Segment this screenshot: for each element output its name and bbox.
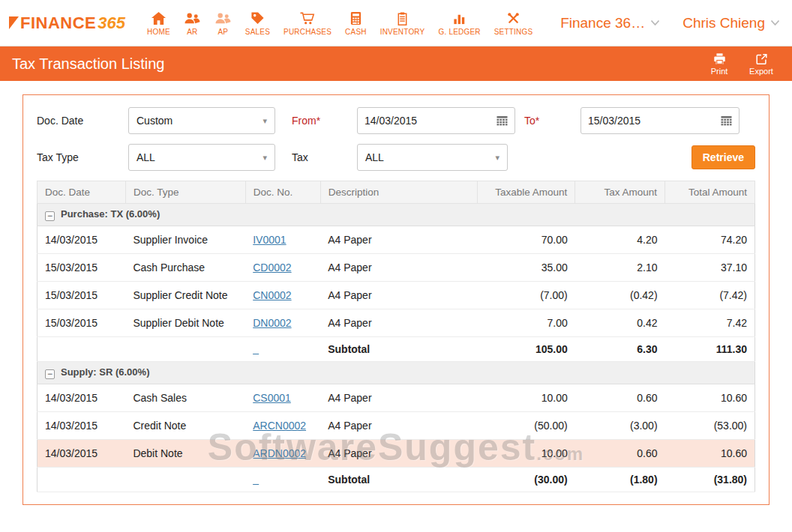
doc-type-cell: Cash Sales: [125, 384, 245, 412]
tax-amount-cell: 0.60: [575, 384, 665, 412]
doc-date-cell: 14/03/2015: [38, 440, 126, 468]
from-date-input[interactable]: [364, 115, 496, 127]
doc-date-select[interactable]: Custom ▾: [128, 107, 275, 134]
doc-no-cell: ARCN0002: [245, 412, 320, 440]
user-dropdown[interactable]: Chris Chieng: [682, 15, 780, 31]
doc-no-cell: IV0001: [245, 226, 320, 254]
column-header: Doc. Date: [38, 181, 126, 204]
transaction-row[interactable]: 15/03/2015Cash PurchaseCD0002A4 Paper35.…: [38, 254, 755, 282]
subtotal-link[interactable]: _: [253, 343, 259, 355]
description-cell: A4 Paper: [320, 440, 478, 468]
nav-right: Finance 36… Chris Chieng: [560, 15, 780, 31]
from-date-label: From*: [292, 115, 357, 127]
doc-type-cell: Cash Purchase: [125, 254, 245, 282]
menu-item-label: G. LEDGER: [438, 28, 480, 36]
doc-date-select-value: Custom: [136, 115, 172, 127]
tax-select[interactable]: ALL ▾: [357, 144, 508, 171]
doc-no-cell: CS0001: [245, 384, 320, 412]
to-date-field: [580, 107, 740, 134]
tax-amount-cell: 2.10: [575, 254, 665, 282]
menu-item-ar[interactable]: AR: [177, 0, 208, 46]
transaction-row[interactable]: 14/03/2015Supplier InvoiceIV0001A4 Paper…: [38, 226, 755, 254]
doc-no-link[interactable]: CN0002: [253, 289, 291, 301]
doc-no-link[interactable]: CD0002: [253, 262, 291, 273]
ap-people-icon: [214, 10, 232, 25]
menu-item-gledger[interactable]: G. LEDGER: [431, 0, 487, 46]
tax-select-value: ALL: [365, 151, 384, 163]
menu-item-label: SETTINGS: [494, 28, 533, 36]
menu-item-sales[interactable]: SALES: [238, 0, 277, 46]
filter-row-2: Tax Type ALL ▾ Tax ALL ▾ Retrieve: [37, 144, 755, 171]
doc-type-cell: Credit Note: [125, 412, 245, 440]
doc-no-link[interactable]: DN0002: [253, 317, 291, 329]
main-menu: HOMEARAPSALESPURCHASESCASHINVENTORYG. LE…: [140, 0, 539, 46]
print-button[interactable]: Print: [700, 52, 738, 76]
transaction-row[interactable]: 15/03/2015Supplier Credit NoteCN0002A4 P…: [38, 282, 755, 309]
tax-amount-cell: 4.20: [575, 226, 665, 254]
page-header-bar: Tax Transaction Listing Print: [0, 46, 792, 81]
doc-no-link[interactable]: ARDN0002: [253, 447, 306, 459]
transaction-row[interactable]: 14/03/2015Debit NoteARDN0002A4 Paper10.0…: [38, 440, 755, 468]
doc-type-cell: Debit Note: [125, 440, 245, 468]
menu-item-label: INVENTORY: [380, 28, 425, 36]
ar-people-icon: [184, 10, 201, 25]
column-header: Tax Amount: [575, 181, 665, 204]
taxable-amount-cell: 10.00: [478, 440, 575, 468]
export-label: Export: [749, 67, 773, 76]
calendar-icon[interactable]: [496, 115, 508, 127]
description-cell: A4 Paper: [320, 309, 478, 337]
doc-no-link[interactable]: CS0001: [253, 392, 291, 404]
tax-amount-cell: 0.60: [575, 440, 665, 468]
calendar-icon[interactable]: [721, 115, 732, 127]
group-header-row[interactable]: −Purchase: TX (6.00%): [38, 204, 755, 226]
report-panel: Doc. Date Custom ▾ From* To*: [22, 94, 770, 505]
menu-item-ap[interactable]: AP: [208, 0, 238, 46]
print-label: Print: [711, 67, 728, 76]
taxable-amount-cell: (7.00): [478, 282, 575, 309]
transaction-row[interactable]: 14/03/2015Cash SalesCS0001A4 Paper10.000…: [38, 384, 755, 412]
top-nav: FINANCE 365 HOMEARAPSALESPURCHASESCASHIN…: [0, 0, 792, 46]
retrieve-button[interactable]: Retrieve: [692, 145, 755, 169]
page-root: FINANCE 365 HOMEARAPSALESPURCHASESCASHIN…: [0, 0, 792, 505]
doc-date-label: Doc. Date: [37, 115, 128, 127]
caret-down-icon: ▾: [495, 154, 500, 162]
tools-icon: [506, 10, 520, 25]
subtotal-link[interactable]: _: [253, 474, 259, 486]
subtotal-row: _Subtotal(30.00)(1.80)(31.80): [38, 468, 755, 492]
export-button[interactable]: Export: [742, 52, 780, 76]
subtotal-row: _Subtotal105.006.30111.30: [38, 337, 755, 362]
transaction-row[interactable]: 14/03/2015Credit NoteARCN0002A4 Paper(50…: [38, 412, 755, 440]
doc-date-cell: 15/03/2015: [38, 309, 126, 337]
menu-item-settings[interactable]: SETTINGS: [488, 0, 540, 46]
tax-type-label: Tax Type: [37, 151, 128, 163]
subtotal-link-cell: _: [245, 468, 320, 492]
menu-item-home[interactable]: HOME: [140, 0, 177, 46]
doc-type-cell: Supplier Debit Note: [125, 309, 245, 337]
to-date-input[interactable]: [588, 115, 721, 127]
logo-text-finance: FINANCE: [20, 13, 96, 33]
column-header: Doc. No.: [245, 181, 320, 204]
transaction-row[interactable]: 15/03/2015Supplier Debit NoteDN0002A4 Pa…: [38, 309, 755, 337]
company-dropdown[interactable]: Finance 36…: [560, 15, 660, 31]
group-header-row[interactable]: −Supply: SR (6.00%): [38, 362, 755, 384]
menu-item-cash[interactable]: CASH: [338, 0, 374, 46]
taxable-amount-cell: 10.00: [478, 384, 575, 412]
collapse-icon[interactable]: −: [45, 369, 55, 379]
group-title: Supply: SR (6.00%): [61, 366, 149, 378]
doc-date-cell: 14/03/2015: [38, 226, 126, 254]
filter-row-1: Doc. Date Custom ▾ From* To*: [37, 107, 755, 134]
doc-no-link[interactable]: IV0001: [253, 234, 286, 246]
subtotal-total-cell: (31.80): [665, 468, 755, 492]
description-cell: A4 Paper: [320, 282, 478, 309]
description-cell: A4 Paper: [320, 412, 478, 440]
menu-item-inventory[interactable]: INVENTORY: [374, 0, 432, 46]
logo-text-365: 365: [98, 13, 125, 33]
menu-item-purchases[interactable]: PURCHASES: [277, 0, 338, 46]
doc-no-link[interactable]: ARCN0002: [253, 420, 306, 432]
app-logo[interactable]: FINANCE 365: [9, 13, 125, 33]
tax-type-select[interactable]: ALL ▾: [128, 144, 275, 171]
menu-item-label: SALES: [245, 28, 270, 36]
subtotal-total-cell: 111.30: [665, 337, 755, 362]
subtotal-label-cell: Subtotal: [320, 468, 478, 492]
collapse-icon[interactable]: −: [45, 211, 55, 221]
